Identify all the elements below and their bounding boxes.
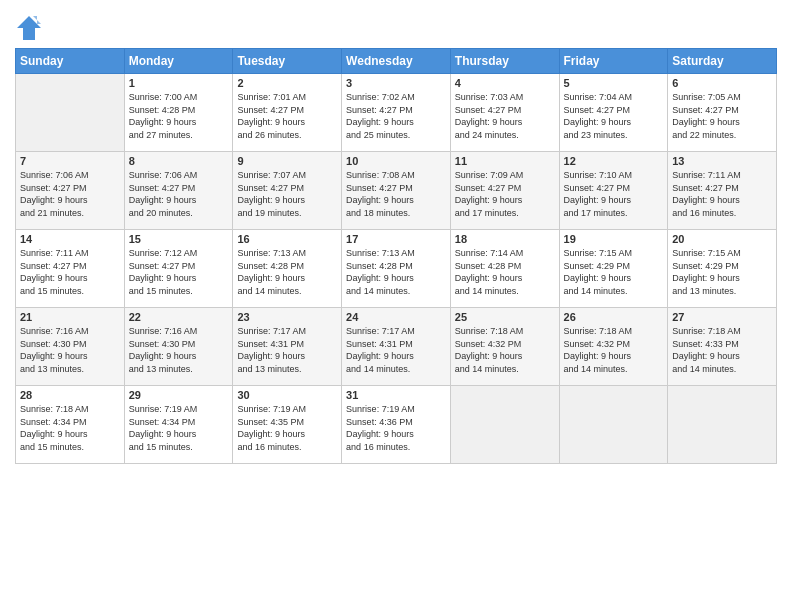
day-info: Sunrise: 7:16 AMSunset: 4:30 PMDaylight:…: [129, 325, 229, 375]
day-info-line: Sunrise: 7:16 AM: [20, 326, 89, 336]
day-info-line: Sunrise: 7:04 AM: [564, 92, 633, 102]
page: SundayMondayTuesdayWednesdayThursdayFrid…: [0, 0, 792, 612]
day-info-line: Daylight: 9 hours: [237, 351, 305, 361]
day-info-line: Sunrise: 7:14 AM: [455, 248, 524, 258]
day-info-line: Sunrise: 7:18 AM: [20, 404, 89, 414]
day-info-line: and 22 minutes.: [672, 130, 736, 140]
day-info: Sunrise: 7:16 AMSunset: 4:30 PMDaylight:…: [20, 325, 120, 375]
day-info-line: Sunrise: 7:11 AM: [20, 248, 89, 258]
logo: [15, 14, 47, 42]
day-info-line: Sunrise: 7:07 AM: [237, 170, 306, 180]
day-info-line: Daylight: 9 hours: [455, 273, 523, 283]
day-info: Sunrise: 7:13 AMSunset: 4:28 PMDaylight:…: [237, 247, 337, 297]
day-number: 10: [346, 155, 446, 167]
day-info-line: Daylight: 9 hours: [672, 195, 740, 205]
day-info-line: Sunset: 4:28 PM: [455, 261, 522, 271]
day-info-line: Sunrise: 7:12 AM: [129, 248, 198, 258]
day-number: 22: [129, 311, 229, 323]
day-info-line: Daylight: 9 hours: [564, 117, 632, 127]
day-info-line: Sunrise: 7:06 AM: [20, 170, 89, 180]
day-info-line: Sunrise: 7:18 AM: [564, 326, 633, 336]
day-info: Sunrise: 7:02 AMSunset: 4:27 PMDaylight:…: [346, 91, 446, 141]
day-info-line: Daylight: 9 hours: [237, 273, 305, 283]
day-info-line: and 26 minutes.: [237, 130, 301, 140]
day-cell: 7Sunrise: 7:06 AMSunset: 4:27 PMDaylight…: [16, 152, 125, 230]
day-cell: 4Sunrise: 7:03 AMSunset: 4:27 PMDaylight…: [450, 74, 559, 152]
day-cell: 11Sunrise: 7:09 AMSunset: 4:27 PMDayligh…: [450, 152, 559, 230]
day-info-line: Sunrise: 7:09 AM: [455, 170, 524, 180]
day-cell: 28Sunrise: 7:18 AMSunset: 4:34 PMDayligh…: [16, 386, 125, 464]
day-info-line: Sunset: 4:27 PM: [346, 105, 413, 115]
day-info-line: Sunset: 4:34 PM: [20, 417, 87, 427]
day-info: Sunrise: 7:18 AMSunset: 4:33 PMDaylight:…: [672, 325, 772, 375]
day-info-line: and 15 minutes.: [20, 442, 84, 452]
day-cell: 13Sunrise: 7:11 AMSunset: 4:27 PMDayligh…: [668, 152, 777, 230]
day-cell: 18Sunrise: 7:14 AMSunset: 4:28 PMDayligh…: [450, 230, 559, 308]
day-cell: 15Sunrise: 7:12 AMSunset: 4:27 PMDayligh…: [124, 230, 233, 308]
day-info: Sunrise: 7:11 AMSunset: 4:27 PMDaylight:…: [20, 247, 120, 297]
day-info-line: Daylight: 9 hours: [20, 351, 88, 361]
day-info-line: Sunset: 4:27 PM: [672, 105, 739, 115]
day-info-line: Sunset: 4:27 PM: [20, 183, 87, 193]
day-info-line: and 16 minutes.: [672, 208, 736, 218]
day-info: Sunrise: 7:17 AMSunset: 4:31 PMDaylight:…: [237, 325, 337, 375]
day-info-line: Daylight: 9 hours: [20, 273, 88, 283]
day-info-line: Sunrise: 7:11 AM: [672, 170, 741, 180]
header: [15, 10, 777, 42]
day-info: Sunrise: 7:11 AMSunset: 4:27 PMDaylight:…: [672, 169, 772, 219]
day-info-line: Daylight: 9 hours: [672, 117, 740, 127]
day-number: 20: [672, 233, 772, 245]
day-info-line: Sunset: 4:35 PM: [237, 417, 304, 427]
day-info-line: Sunset: 4:34 PM: [129, 417, 196, 427]
col-header-sunday: Sunday: [16, 49, 125, 74]
day-number: 26: [564, 311, 664, 323]
day-info-line: and 23 minutes.: [564, 130, 628, 140]
day-info-line: Daylight: 9 hours: [455, 351, 523, 361]
day-info-line: Sunset: 4:32 PM: [455, 339, 522, 349]
col-header-saturday: Saturday: [668, 49, 777, 74]
day-number: 28: [20, 389, 120, 401]
day-info-line: Daylight: 9 hours: [129, 117, 197, 127]
day-info-line: and 14 minutes.: [237, 286, 301, 296]
calendar-table: SundayMondayTuesdayWednesdayThursdayFrid…: [15, 48, 777, 464]
day-info: Sunrise: 7:03 AMSunset: 4:27 PMDaylight:…: [455, 91, 555, 141]
day-number: 9: [237, 155, 337, 167]
day-number: 24: [346, 311, 446, 323]
day-number: 12: [564, 155, 664, 167]
day-cell: 8Sunrise: 7:06 AMSunset: 4:27 PMDaylight…: [124, 152, 233, 230]
day-cell: 5Sunrise: 7:04 AMSunset: 4:27 PMDaylight…: [559, 74, 668, 152]
day-info: Sunrise: 7:19 AMSunset: 4:35 PMDaylight:…: [237, 403, 337, 453]
logo-icon: [15, 14, 43, 42]
day-info-line: Sunrise: 7:17 AM: [237, 326, 306, 336]
day-cell: 2Sunrise: 7:01 AMSunset: 4:27 PMDaylight…: [233, 74, 342, 152]
day-cell: 12Sunrise: 7:10 AMSunset: 4:27 PMDayligh…: [559, 152, 668, 230]
day-cell: 3Sunrise: 7:02 AMSunset: 4:27 PMDaylight…: [342, 74, 451, 152]
day-number: 18: [455, 233, 555, 245]
day-info-line: Sunrise: 7:13 AM: [346, 248, 415, 258]
day-info-line: Daylight: 9 hours: [20, 429, 88, 439]
day-info-line: Daylight: 9 hours: [455, 117, 523, 127]
week-row-3: 21Sunrise: 7:16 AMSunset: 4:30 PMDayligh…: [16, 308, 777, 386]
day-number: 4: [455, 77, 555, 89]
day-info-line: Sunset: 4:29 PM: [564, 261, 631, 271]
day-cell: 17Sunrise: 7:13 AMSunset: 4:28 PMDayligh…: [342, 230, 451, 308]
day-info-line: Daylight: 9 hours: [237, 195, 305, 205]
day-info-line: and 17 minutes.: [455, 208, 519, 218]
day-info: Sunrise: 7:17 AMSunset: 4:31 PMDaylight:…: [346, 325, 446, 375]
day-info-line: Sunrise: 7:15 AM: [564, 248, 633, 258]
day-info-line: Sunset: 4:27 PM: [129, 183, 196, 193]
day-info: Sunrise: 7:01 AMSunset: 4:27 PMDaylight:…: [237, 91, 337, 141]
day-cell: 20Sunrise: 7:15 AMSunset: 4:29 PMDayligh…: [668, 230, 777, 308]
day-info-line: Daylight: 9 hours: [237, 117, 305, 127]
header-row: SundayMondayTuesdayWednesdayThursdayFrid…: [16, 49, 777, 74]
day-info-line: and 16 minutes.: [346, 442, 410, 452]
day-info-line: and 13 minutes.: [20, 364, 84, 374]
day-info-line: Sunrise: 7:00 AM: [129, 92, 198, 102]
day-info-line: Daylight: 9 hours: [672, 351, 740, 361]
day-info: Sunrise: 7:18 AMSunset: 4:34 PMDaylight:…: [20, 403, 120, 453]
day-info-line: and 13 minutes.: [672, 286, 736, 296]
day-info-line: Sunset: 4:32 PM: [564, 339, 631, 349]
day-info-line: Sunrise: 7:13 AM: [237, 248, 306, 258]
day-info-line: Sunrise: 7:15 AM: [672, 248, 741, 258]
day-number: 17: [346, 233, 446, 245]
